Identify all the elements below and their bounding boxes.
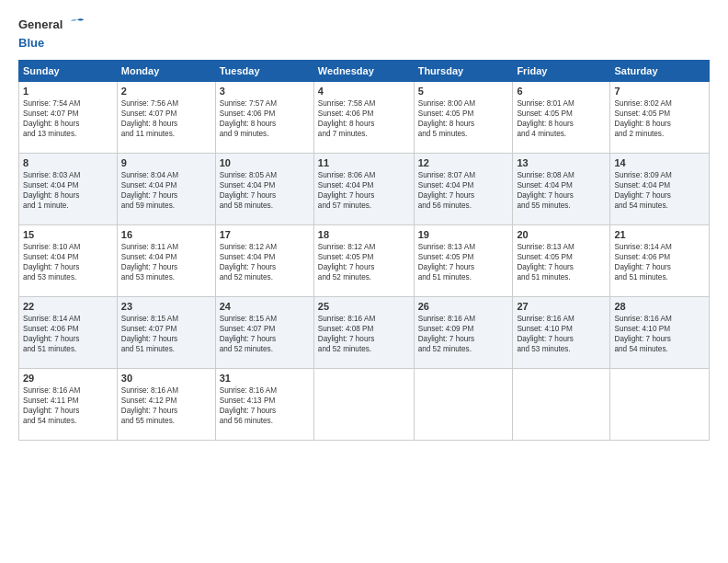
day-number: 29 [23,373,113,384]
day-number: 16 [121,229,211,240]
calendar-cell: 1Sunrise: 7:54 AM Sunset: 4:07 PM Daylig… [19,81,118,153]
day-info: Sunrise: 8:16 AM Sunset: 4:11 PM Dayligh… [23,385,113,426]
day-info: Sunrise: 8:16 AM Sunset: 4:12 PM Dayligh… [121,385,211,426]
day-info: Sunrise: 8:12 AM Sunset: 4:04 PM Dayligh… [220,242,310,282]
calendar-cell: 29Sunrise: 8:16 AM Sunset: 4:11 PM Dayli… [19,368,118,440]
calendar-cell: 28Sunrise: 8:16 AM Sunset: 4:10 PM Dayli… [610,296,710,368]
calendar-cell: 9Sunrise: 8:04 AM Sunset: 4:04 PM Daylig… [117,153,215,224]
day-number: 21 [614,229,705,240]
day-of-week-header: Thursday [414,60,513,81]
day-info: Sunrise: 8:08 AM Sunset: 4:04 PM Dayligh… [517,170,606,211]
page: General Blue SundayMondayTuesdayWednesda… [0,0,728,563]
calendar-week-row: 29Sunrise: 8:16 AM Sunset: 4:11 PM Dayli… [19,368,710,440]
day-info: Sunrise: 8:04 AM Sunset: 4:04 PM Dayligh… [121,170,211,211]
day-info: Sunrise: 8:00 AM Sunset: 4:05 PM Dayligh… [418,98,509,139]
day-number: 19 [418,229,509,240]
calendar-cell: 6Sunrise: 8:01 AM Sunset: 4:05 PM Daylig… [513,81,610,153]
day-info: Sunrise: 8:06 AM Sunset: 4:04 PM Dayligh… [318,170,410,211]
day-number: 1 [23,86,113,97]
calendar-table: SundayMondayTuesdayWednesdayThursdayFrid… [18,60,710,441]
day-number: 8 [23,157,113,168]
logo: General Blue [18,15,85,51]
calendar-cell: 30Sunrise: 8:16 AM Sunset: 4:12 PM Dayli… [117,368,215,440]
day-info: Sunrise: 8:13 AM Sunset: 4:05 PM Dayligh… [517,242,606,282]
calendar-cell: 18Sunrise: 8:12 AM Sunset: 4:05 PM Dayli… [313,224,414,296]
day-info: Sunrise: 8:14 AM Sunset: 4:06 PM Dayligh… [23,314,113,354]
calendar-cell: 23Sunrise: 8:15 AM Sunset: 4:07 PM Dayli… [117,296,215,368]
calendar-cell: 12Sunrise: 8:07 AM Sunset: 4:04 PM Dayli… [414,153,513,224]
day-number: 17 [220,229,310,240]
day-info: Sunrise: 8:09 AM Sunset: 4:04 PM Dayligh… [614,170,705,211]
day-number: 26 [418,301,509,312]
day-number: 14 [614,157,705,168]
day-of-week-header: Friday [513,60,610,81]
day-of-week-header: Monday [117,60,215,81]
day-info: Sunrise: 8:10 AM Sunset: 4:04 PM Dayligh… [23,242,113,282]
day-number: 3 [220,86,310,97]
day-info: Sunrise: 8:16 AM Sunset: 4:13 PM Dayligh… [220,385,310,426]
calendar-cell: 31Sunrise: 8:16 AM Sunset: 4:13 PM Dayli… [215,368,313,440]
calendar-cell: 22Sunrise: 8:14 AM Sunset: 4:06 PM Dayli… [19,296,118,368]
day-number: 11 [318,157,410,168]
calendar-cell: 19Sunrise: 8:13 AM Sunset: 4:05 PM Dayli… [414,224,513,296]
day-of-week-header: Saturday [610,60,710,81]
day-info: Sunrise: 8:01 AM Sunset: 4:05 PM Dayligh… [517,98,606,139]
calendar-cell: 16Sunrise: 8:11 AM Sunset: 4:04 PM Dayli… [117,224,215,296]
day-number: 7 [614,86,705,97]
day-info: Sunrise: 8:12 AM Sunset: 4:05 PM Dayligh… [318,242,410,282]
header: General Blue [18,15,710,51]
day-number: 9 [121,157,211,168]
day-info: Sunrise: 8:16 AM Sunset: 4:10 PM Dayligh… [517,314,606,354]
calendar-cell: 15Sunrise: 8:10 AM Sunset: 4:04 PM Dayli… [19,224,118,296]
day-number: 30 [121,373,211,384]
calendar-cell: 5Sunrise: 8:00 AM Sunset: 4:05 PM Daylig… [414,81,513,153]
calendar-cell: 7Sunrise: 8:02 AM Sunset: 4:05 PM Daylig… [610,81,710,153]
day-number: 12 [418,157,509,168]
day-info: Sunrise: 7:54 AM Sunset: 4:07 PM Dayligh… [23,98,113,139]
day-number: 4 [318,86,410,97]
calendar-cell: 26Sunrise: 8:16 AM Sunset: 4:09 PM Dayli… [414,296,513,368]
day-number: 10 [220,157,310,168]
day-number: 20 [517,229,606,240]
calendar-week-row: 1Sunrise: 7:54 AM Sunset: 4:07 PM Daylig… [19,81,710,153]
day-number: 18 [318,229,410,240]
day-number: 27 [517,301,606,312]
calendar-cell: 4Sunrise: 7:58 AM Sunset: 4:06 PM Daylig… [313,81,414,153]
day-of-week-header: Tuesday [215,60,313,81]
calendar-week-row: 22Sunrise: 8:14 AM Sunset: 4:06 PM Dayli… [19,296,710,368]
day-info: Sunrise: 8:15 AM Sunset: 4:07 PM Dayligh… [220,314,310,354]
day-info: Sunrise: 7:56 AM Sunset: 4:07 PM Dayligh… [121,98,211,139]
day-number: 23 [121,301,211,312]
day-number: 15 [23,229,113,240]
calendar-cell [414,368,513,440]
day-info: Sunrise: 8:05 AM Sunset: 4:04 PM Dayligh… [220,170,310,211]
day-info: Sunrise: 8:07 AM Sunset: 4:04 PM Dayligh… [418,170,509,211]
calendar-cell: 24Sunrise: 8:15 AM Sunset: 4:07 PM Dayli… [215,296,313,368]
day-info: Sunrise: 8:03 AM Sunset: 4:04 PM Dayligh… [23,170,113,211]
calendar-cell: 25Sunrise: 8:16 AM Sunset: 4:08 PM Dayli… [313,296,414,368]
day-info: Sunrise: 8:16 AM Sunset: 4:08 PM Dayligh… [318,314,410,354]
day-of-week-header: Sunday [19,60,118,81]
day-info: Sunrise: 8:15 AM Sunset: 4:07 PM Dayligh… [121,314,211,354]
day-number: 24 [220,301,310,312]
calendar-cell: 3Sunrise: 7:57 AM Sunset: 4:06 PM Daylig… [215,81,313,153]
logo-bird-icon [69,17,85,33]
day-number: 6 [517,86,606,97]
calendar-cell [513,368,610,440]
day-info: Sunrise: 8:14 AM Sunset: 4:06 PM Dayligh… [614,242,705,282]
day-info: Sunrise: 8:16 AM Sunset: 4:10 PM Dayligh… [614,314,705,354]
day-of-week-header: Wednesday [313,60,414,81]
day-info: Sunrise: 8:02 AM Sunset: 4:05 PM Dayligh… [614,98,705,139]
calendar-week-row: 15Sunrise: 8:10 AM Sunset: 4:04 PM Dayli… [19,224,710,296]
day-info: Sunrise: 7:58 AM Sunset: 4:06 PM Dayligh… [318,98,410,139]
calendar-cell: 13Sunrise: 8:08 AM Sunset: 4:04 PM Dayli… [513,153,610,224]
calendar-cell [610,368,710,440]
day-number: 5 [418,86,509,97]
day-number: 22 [23,301,113,312]
day-number: 13 [517,157,606,168]
calendar-week-row: 8Sunrise: 8:03 AM Sunset: 4:04 PM Daylig… [19,153,710,224]
calendar-cell: 8Sunrise: 8:03 AM Sunset: 4:04 PM Daylig… [19,153,118,224]
calendar-header-row: SundayMondayTuesdayWednesdayThursdayFrid… [19,60,710,81]
calendar-cell: 17Sunrise: 8:12 AM Sunset: 4:04 PM Dayli… [215,224,313,296]
calendar-cell: 2Sunrise: 7:56 AM Sunset: 4:07 PM Daylig… [117,81,215,153]
